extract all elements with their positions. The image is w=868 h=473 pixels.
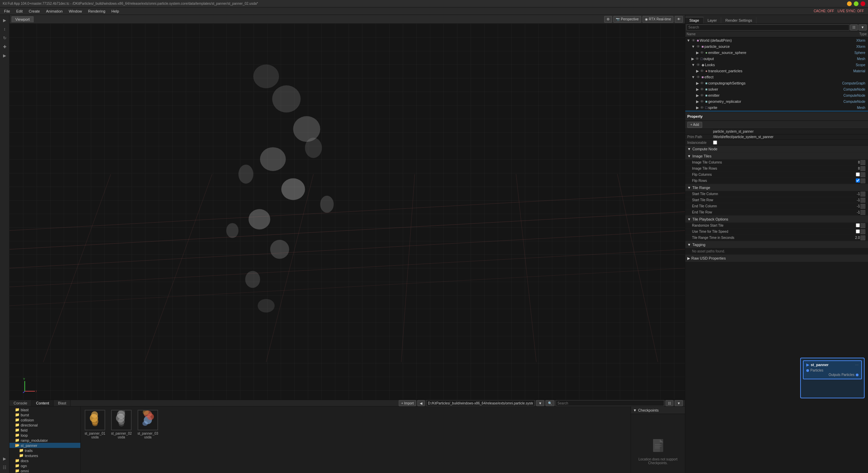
stage-options-btn[interactable]: ☷ xyxy=(850,24,858,31)
sidebar-scale-icon[interactable]: ✚ xyxy=(1,43,9,51)
tree-item-ogn[interactable]: 📁ogn xyxy=(9,463,80,468)
add-import-btn[interactable]: + Import xyxy=(399,400,416,406)
tree-item-ramp-modulator[interactable]: 📁ramp_modulator xyxy=(9,438,80,443)
node-menu-icon[interactable]: ⋯ xyxy=(855,363,859,367)
menu-window[interactable]: Window xyxy=(66,8,85,14)
eye-icon[interactable]: 👁 xyxy=(692,38,695,42)
reset-btn[interactable]: ⋮ xyxy=(861,178,865,183)
reset-btn[interactable]: ⋮ xyxy=(861,223,865,228)
flip-rows-checkbox[interactable] xyxy=(856,178,860,183)
content-filter-btn[interactable]: ▼ xyxy=(675,400,683,406)
image-tiles-header[interactable]: ▼ Image Tiles xyxy=(685,153,868,159)
tile-playback-header[interactable]: ▼ Tile Playback Options xyxy=(685,216,868,223)
tree-item-directional[interactable]: 📁directional xyxy=(9,422,80,428)
sidebar-select-icon[interactable]: ▶ xyxy=(1,16,9,24)
tree-item-docs[interactable]: 📁docs xyxy=(9,458,80,463)
tree-item-burst[interactable]: 📁burst xyxy=(9,412,80,417)
stage-search-input[interactable] xyxy=(687,24,849,31)
property-add-btn[interactable]: + Add xyxy=(687,122,702,128)
reset-btn[interactable]: ⋮ xyxy=(861,192,865,196)
use-time-checkbox[interactable] xyxy=(856,229,860,233)
tab-content[interactable]: Content xyxy=(32,400,54,406)
stage-filter-btn[interactable]: ▼ xyxy=(859,24,867,31)
sidebar-camera-icon[interactable]: ▶ xyxy=(1,52,9,60)
tile-range-header[interactable]: ▼ Tile Range xyxy=(685,184,868,191)
reset-btn[interactable]: ⋮ xyxy=(861,172,865,177)
sidebar-play-icon[interactable]: ▶ xyxy=(1,455,9,463)
flip-columns-checkbox[interactable] xyxy=(856,172,860,176)
compute-node-header[interactable]: ▼ Compute Node xyxy=(685,146,868,152)
sidebar-rotate-icon[interactable]: ↻ xyxy=(1,34,9,42)
viewport-settings-btn[interactable]: ⚙ xyxy=(604,16,612,23)
stage-row-translucent[interactable]: ▶ 👁 ● translucent_particles Material xyxy=(685,68,868,74)
tree-item-field[interactable]: 📁field xyxy=(9,428,80,433)
nav-back-btn[interactable]: ◀ xyxy=(417,400,425,406)
eye-icon[interactable]: 👁 xyxy=(700,106,704,110)
tab-blast[interactable]: Blast xyxy=(54,400,71,406)
menu-file[interactable]: File xyxy=(1,8,13,14)
tab-console[interactable]: Console xyxy=(9,400,32,406)
tree-item-st-panner[interactable]: 📂st_panner xyxy=(9,443,80,448)
menu-edit[interactable]: Edit xyxy=(14,8,25,14)
eye-icon[interactable]: 👁 xyxy=(700,99,704,103)
randomize-checkbox[interactable] xyxy=(856,223,860,227)
tree-item-blast[interactable]: 📁blast xyxy=(9,407,80,412)
stage-row-emitter-sphere[interactable]: ▶ 👁 ● emitter_source_sphere Sphere xyxy=(685,50,868,56)
content-grid-btn[interactable]: ☷ xyxy=(666,400,673,406)
content-item-panner-03[interactable]: st_panner_03usda xyxy=(136,409,160,440)
stage-tab-stage[interactable]: Stage xyxy=(685,17,704,23)
stage-row-cgraph-settings[interactable]: ▶ 👁 ■ computegraphSettings ComputeGraph xyxy=(685,80,868,86)
stage-row-world[interactable]: ▼ 👁 ■ World (defaultPrim) Xform xyxy=(685,37,868,43)
tree-item-textures[interactable]: 📁textures xyxy=(9,453,80,458)
raw-usd-header[interactable]: ▶ Raw USD Properties xyxy=(685,255,868,262)
menu-rendering[interactable]: Rendering xyxy=(85,8,108,14)
stage-tab-render[interactable]: Render Settings xyxy=(721,17,756,23)
eye-icon[interactable]: 👁 xyxy=(696,63,700,67)
content-item-panner-02[interactable]: st_panner_02usda xyxy=(109,409,134,440)
tree-item-trails[interactable]: 📁trails xyxy=(9,448,80,453)
minimize-button[interactable] xyxy=(847,1,852,6)
reset-btn[interactable]: ⋮ xyxy=(861,166,865,171)
reset-btn[interactable]: ⋮ xyxy=(861,235,865,240)
stage-tab-layer[interactable]: Layer xyxy=(704,17,722,23)
instanceable-checkbox[interactable] xyxy=(713,140,717,145)
viewport-rtx-btn[interactable]: ◉ RTX Real-time xyxy=(643,16,673,23)
content-path-input[interactable] xyxy=(426,400,535,406)
eye-icon[interactable]: 👁 xyxy=(700,51,704,55)
reset-btn[interactable]: ⋮ xyxy=(861,204,865,209)
reset-btn[interactable]: ⋮ xyxy=(861,210,865,215)
ng-node[interactable]: ▶ st_panner ⋯ Particles Outputs Particle… xyxy=(803,360,862,379)
tree-item-collision[interactable]: 📁collision xyxy=(9,417,80,422)
stage-row-st-panner[interactable]: ▶ 👁 ■ particle_system_st_panner ComputeN… xyxy=(685,111,868,112)
stage-row-effect[interactable]: ▼ 👁 ■ effect xyxy=(685,74,868,80)
eye-icon[interactable]: 👁 xyxy=(700,93,704,97)
tree-item-loop[interactable]: 📁loop xyxy=(9,433,80,438)
stage-row-emitter[interactable]: ▶ 👁 ■ emitter ComputeNode xyxy=(685,92,868,98)
content-item-panner-01[interactable]: st_panner_01usda xyxy=(83,409,107,440)
close-button[interactable] xyxy=(861,1,865,6)
sidebar-move-icon[interactable]: ↕ xyxy=(1,25,9,33)
stage-row-particle-source[interactable]: ▼ 👁 ■ particle_source Xform xyxy=(685,43,868,50)
viewport-tab[interactable]: Viewport xyxy=(12,16,34,22)
menu-help[interactable]: Help xyxy=(109,8,122,14)
path-filter-btn[interactable]: ▼ xyxy=(536,400,544,406)
eye-icon[interactable]: 👁 xyxy=(700,81,704,85)
reset-btn[interactable]: ⋮ xyxy=(861,160,865,165)
eye-icon[interactable]: 👁 xyxy=(696,44,700,49)
sidebar-grid-icon[interactable]: ☷ xyxy=(1,463,9,472)
stage-row-looks[interactable]: ▼ 👁 ◆ Looks Scope xyxy=(685,62,868,68)
path-search-btn[interactable]: 🔍 xyxy=(546,400,554,406)
stage-row-sprite[interactable]: ▶ 👁 □ sprite Mesh xyxy=(685,105,868,111)
tree-item-omni[interactable]: 📁omni xyxy=(9,468,80,473)
eye-icon[interactable]: 👁 xyxy=(695,57,699,61)
content-search-input[interactable] xyxy=(556,400,664,406)
maximize-button[interactable] xyxy=(854,1,859,6)
menu-create[interactable]: Create xyxy=(26,8,43,14)
viewport-perspective-btn[interactable]: 📷 Perspective xyxy=(613,16,641,23)
menu-animation[interactable]: Animation xyxy=(43,8,65,14)
eye-icon[interactable]: 👁 xyxy=(700,87,704,91)
viewport-eye-btn[interactable]: 👁 xyxy=(675,16,683,23)
reset-btn[interactable]: ⋮ xyxy=(861,229,865,234)
eye-icon[interactable]: 👁 xyxy=(696,75,700,79)
stage-row-output[interactable]: ▶ 👁 □ output Mesh xyxy=(685,56,868,62)
